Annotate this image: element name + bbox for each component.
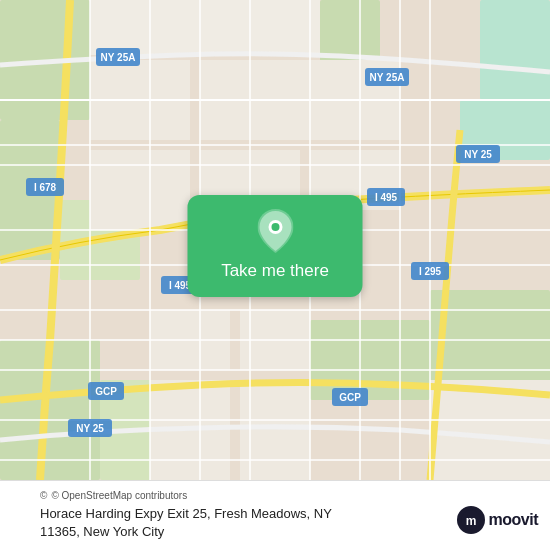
cta-label: Take me there (221, 261, 329, 281)
bottom-bar: © © OpenStreetMap contributors Horace Ha… (0, 480, 550, 550)
take-me-there-button[interactable]: Take me there (188, 195, 363, 297)
location-pin-icon (257, 209, 293, 253)
address-line1: Horace Harding Expy Exit 25, Fresh Meado… (40, 506, 332, 521)
copyright-row: © © OpenStreetMap contributors (40, 490, 538, 501)
moovit-logo-icon: m (457, 506, 485, 534)
svg-text:I 678: I 678 (34, 182, 57, 193)
svg-text:I 495: I 495 (375, 192, 398, 203)
svg-point-62 (271, 223, 279, 231)
svg-text:NY 25: NY 25 (76, 423, 104, 434)
svg-rect-11 (90, 0, 320, 55)
svg-text:NY 25A: NY 25A (370, 72, 405, 83)
svg-text:NY 25A: NY 25A (101, 52, 136, 63)
copyright-text: © OpenStreetMap contributors (51, 490, 187, 501)
svg-text:m: m (465, 514, 476, 528)
address-line2: 11365, New York City (40, 524, 164, 539)
svg-text:I 295: I 295 (419, 266, 442, 277)
moovit-logo: m moovit (457, 506, 538, 534)
svg-rect-15 (90, 150, 190, 230)
svg-text:NY 25: NY 25 (464, 149, 492, 160)
svg-text:GCP: GCP (95, 386, 117, 397)
svg-text:GCP: GCP (339, 392, 361, 403)
moovit-brand-text: moovit (489, 511, 538, 529)
svg-rect-5 (480, 0, 550, 100)
copyright-symbol: © (40, 490, 47, 501)
map-container: NY 25A NY 25A I 678 I 495 I 495 I 295 GC… (0, 0, 550, 480)
